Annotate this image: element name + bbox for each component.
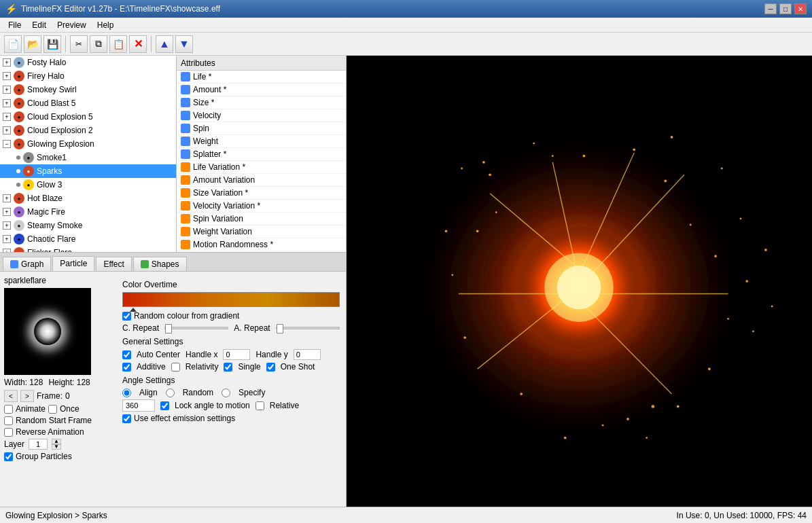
once-checkbox[interactable] [48,405,57,414]
attr-weight[interactable]: Weight [177,135,346,148]
single-checkbox[interactable] [224,363,232,372]
effect-item-chaotic-flare[interactable]: + ● Chaotic Flare [0,232,176,246]
expand-cloud-explosion-2[interactable]: + [3,126,11,134]
layer-spin-down[interactable]: ▼ [52,444,61,450]
attr-velocity-variation[interactable]: Velocity Variation * [177,200,346,213]
attr-spin[interactable]: Spin [177,122,346,135]
attr-amount[interactable]: Amount * [177,84,346,96]
expand-hot-blaze[interactable]: + [3,194,11,202]
toolbar-open[interactable]: 📂 [24,35,41,53]
attr-life-variation[interactable]: Life Variation * [177,161,346,174]
toolbar-save[interactable]: 💾 [43,35,61,53]
tab-effect[interactable]: Effect [96,257,131,271]
layer-row: Layer ▲ ▼ [4,439,113,450]
menu-preview[interactable]: Preview [52,19,92,31]
next-frame-button[interactable]: > [20,390,34,402]
effect-item-glow3[interactable]: ● Glow 3 [0,178,176,192]
tab-particle[interactable]: Particle [52,256,94,271]
attr-splatter[interactable]: Splatter * [177,148,346,161]
effect-item-glowing-explosion[interactable]: − ● Glowing Explosion [0,137,176,151]
additive-label: Additive [137,362,166,372]
relative-checkbox[interactable] [255,401,264,410]
auto-center-checkbox[interactable] [122,350,131,359]
menu-file[interactable]: File [3,19,27,31]
toolbar-paste[interactable]: 📋 [109,35,127,53]
expand-firey-halo[interactable]: + [3,72,11,80]
toolbar-up[interactable]: ▲ [156,35,173,53]
effect-label-magic-fire: Magic Fire [27,207,65,217]
menu-help[interactable]: Help [92,19,120,31]
effect-icon-glow3: ● [23,179,34,190]
effect-item-cloud-blast-5[interactable]: + ● Cloud Blast 5 [0,96,176,110]
menu-edit[interactable]: Edit [27,19,52,31]
attr-icon-life [181,72,190,82]
effect-item-hot-blaze[interactable]: + ● Hot Blaze [0,192,176,205]
effect-item-flicker-flare[interactable]: + ● Flicker Flare [0,246,176,252]
toolbar-copy[interactable]: ⧉ [90,35,107,53]
reverse-anim-checkbox[interactable] [4,428,13,437]
attr-size-variation[interactable]: Size Variation * [177,187,346,200]
a-repeat-thumb[interactable] [277,324,283,333]
close-button[interactable]: ✕ [794,3,807,14]
handle-x-input[interactable] [223,349,250,360]
dot-sparks [16,169,20,173]
align-radio[interactable] [122,389,131,397]
toolbar-new[interactable]: 📄 [4,35,22,53]
expand-fosty-halo[interactable]: + [3,58,11,67]
attr-label-weight: Weight [193,137,218,146]
effect-item-firey-halo[interactable]: + ● Firey Halo [0,69,176,83]
toolbar-down[interactable]: ▼ [175,35,193,53]
random-radio[interactable] [166,389,175,397]
expand-cloud-explosion-5[interactable]: + [3,113,11,121]
effect-item-sparks[interactable]: ● Sparks [0,164,176,178]
expand-chaotic-flare[interactable]: + [3,235,11,243]
attr-size[interactable]: Size * [177,96,346,109]
maximize-button[interactable]: □ [779,3,792,14]
attr-label-motion-randomness: Motion Randomness * [193,240,273,249]
expand-flicker-flare[interactable]: + [3,249,11,252]
attr-life[interactable]: Life * [177,71,346,84]
expand-glowing-explosion[interactable]: − [3,140,11,148]
one-shot-checkbox[interactable] [266,363,275,372]
use-effect-emission-checkbox[interactable] [122,414,131,423]
frame-label: Frame: [37,391,63,401]
prev-frame-button[interactable]: < [4,390,18,402]
effect-item-fosty-halo[interactable]: + ● Fosty Halo [0,56,176,69]
attr-amount-variation[interactable]: Amount Variation [177,174,346,187]
specify-radio[interactable] [222,389,230,397]
attr-weight-variation[interactable]: Weight Variation [177,226,346,238]
group-particles-checkbox[interactable] [4,452,13,461]
effect-item-smoke1[interactable]: ● Smoke1 [0,151,176,164]
animate-label: Animate [16,404,46,414]
effect-item-cloud-explosion-2[interactable]: + ● Cloud Explosion 2 [0,124,176,137]
effect-item-magic-fire[interactable]: + ● Magic Fire [0,205,176,219]
tab-graph[interactable]: Graph [3,257,51,271]
handle-y-input[interactable] [294,349,321,360]
svg-point-16 [552,155,554,157]
layer-input[interactable] [29,439,48,450]
toolbar-cut[interactable]: ✂ [70,35,88,53]
expand-steamy-smoke[interactable]: + [3,221,11,230]
toolbar-delete[interactable]: ✕ [129,35,147,53]
random-colour-checkbox[interactable] [122,312,131,321]
expand-smokey-swirl[interactable]: + [3,86,11,94]
tab-shapes[interactable]: Shapes [133,257,187,271]
attr-motion-randomness[interactable]: Motion Randomness * [177,238,346,251]
angle-value-input[interactable] [122,399,155,412]
effect-item-smokey-swirl[interactable]: + ● Smokey Swirl [0,83,176,96]
gradient-bar[interactable] [122,292,340,307]
minimize-button[interactable]: ─ [764,3,777,14]
expand-magic-fire[interactable]: + [3,208,11,216]
animate-checkbox[interactable] [4,405,13,414]
attr-spin-variation[interactable]: Spin Variation [177,213,346,226]
additive-checkbox[interactable] [122,363,131,372]
effect-item-steamy-smoke[interactable]: + ● Steamy Smoke [0,219,176,232]
lock-angle-checkbox[interactable] [160,401,169,410]
svg-point-9 [708,367,711,370]
random-start-checkbox[interactable] [4,416,13,425]
expand-cloud-blast-5[interactable]: + [3,99,11,107]
attr-velocity[interactable]: Velocity [177,109,346,122]
relativity-checkbox[interactable] [171,363,180,372]
c-repeat-thumb[interactable] [165,324,172,333]
effect-item-cloud-explosion-5[interactable]: + ● Cloud Explosion 5 [0,110,176,124]
